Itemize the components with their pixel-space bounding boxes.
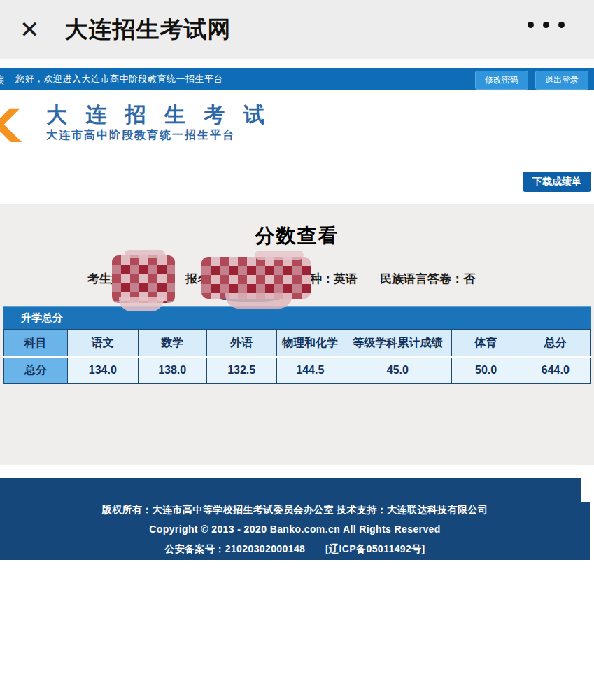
- redaction-mosaic-regnumber: [201, 257, 311, 299]
- score-cell: 45.0: [344, 357, 452, 384]
- column-header: 等级学科累计成绩: [344, 330, 452, 357]
- titlebar-divider: [0, 59, 594, 68]
- site-logo-subtitle: 大连市高中阶段教育统一招生平台: [46, 128, 271, 143]
- column-header: 体育: [451, 330, 521, 357]
- column-header: 数学: [138, 330, 206, 357]
- table-header-row: 科目 语文 数学 外语 物理和化学 等级学科累计成绩 体育 总分: [3, 330, 591, 357]
- column-header: 外语: [206, 330, 276, 357]
- action-toolbar: 下载成绩单: [0, 162, 594, 204]
- score-table: 科目 语文 数学 外语 物理和化学 等级学科累计成绩 体育 总分 总分 134.…: [3, 329, 591, 384]
- clipped-nav-text: 族: [0, 74, 4, 87]
- score-section: 分数查看 考生姓名 报名号 语种：英语 民族语言答卷：否 升学总分 科目 语文 …: [0, 204, 594, 465]
- more-menu-icon[interactable]: [528, 22, 565, 28]
- welcome-message: 您好，欢迎进入大连市高中阶段教育统一招生平台: [15, 73, 223, 85]
- change-password-button[interactable]: 修改密码: [475, 71, 528, 90]
- score-cell: 134.0: [67, 357, 138, 384]
- table-corner-cell: 科目: [3, 330, 67, 357]
- section-title: 分数查看: [0, 204, 594, 249]
- score-cell: 132.5: [206, 357, 276, 384]
- browser-titlebar: ✕ 大连招生考试网: [0, 0, 594, 59]
- logout-button[interactable]: 退出登录: [535, 71, 588, 90]
- welcome-bar: 族 您好，欢迎进入大连市高中阶段教育统一招生平台 修改密码 退出登录: [0, 68, 594, 90]
- page-footer: 版权所有：大连市高中等学校招生考试委员会办公室 技术支持：大连联达科技有限公司 …: [0, 478, 590, 560]
- column-header: 物理和化学: [276, 330, 344, 357]
- footer-notch: [581, 478, 590, 502]
- site-header: K 大 连 招 生 考 试 大连市高中阶段教育统一招生平台: [0, 90, 594, 162]
- site-logo-title: 大 连 招 生 考 试: [46, 103, 271, 126]
- copyright-line-cn: 版权所有：大连市高中等学校招生考试委员会办公室 技术支持：大连联达科技有限公司: [0, 500, 590, 519]
- minority-language-label: 民族语言答卷：否: [380, 271, 475, 287]
- footer-gap: [0, 465, 594, 478]
- column-header: 总分: [521, 330, 591, 357]
- page-title: 大连招生考试网: [65, 14, 232, 46]
- icp-filing-line: 公安备案号：21020302000148 [辽ICP备05011492号]: [0, 539, 590, 559]
- score-cell: 138.0: [138, 357, 206, 384]
- score-cell: 144.5: [276, 357, 344, 384]
- site-logo-icon: K: [0, 106, 41, 149]
- score-cell: 50.0: [451, 357, 521, 384]
- close-icon[interactable]: ✕: [20, 18, 40, 41]
- table-caption: 升学总分: [3, 306, 591, 329]
- copyright-line-en: Copyright © 2013 - 2020 Banko.com.cn All…: [0, 519, 590, 539]
- table-data-row: 总分 134.0 138.0 132.5 144.5 45.0 50.0 644…: [3, 357, 591, 384]
- column-header: 语文: [67, 330, 138, 357]
- row-label-cell: 总分: [3, 357, 67, 384]
- candidate-info-row: 考生姓名 报名号 语种：英语 民族语言答卷：否: [0, 262, 594, 306]
- download-transcript-button[interactable]: 下载成绩单: [523, 172, 591, 192]
- redaction-mosaic-name: [112, 255, 175, 303]
- score-cell: 644.0: [521, 357, 591, 384]
